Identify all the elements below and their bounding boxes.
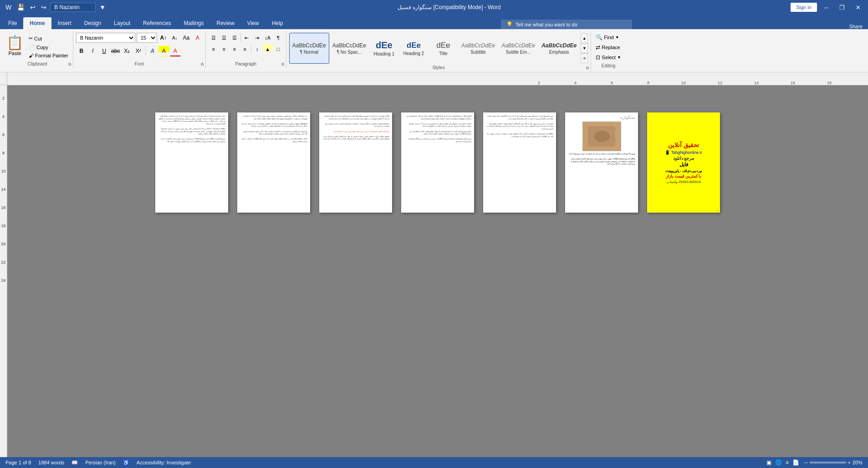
align-right-button[interactable]: ≡	[230, 44, 240, 54]
vruler-16: 16	[1, 205, 5, 210]
horizontal-ruler: 18 16 14 12 10 8 6 4 2	[7, 72, 868, 85]
style-subtle-em[interactable]: AaBbCcDdEe Subtle Em...	[498, 33, 538, 64]
font-color-button[interactable]: A	[170, 46, 181, 56]
tab-mailings[interactable]: Mailings	[177, 17, 210, 29]
paragraph-expand-icon[interactable]: ⧉	[281, 62, 284, 67]
sort-button[interactable]: ↕A	[263, 33, 273, 43]
format-painter-button[interactable]: 🖌 Format Painter	[27, 52, 70, 59]
gallery-arrows: ▲ ▼ ≡	[581, 33, 588, 63]
paragraph-group-label: Paragraph	[206, 61, 286, 66]
share-button[interactable]: Share	[844, 24, 868, 29]
style-no-spacing[interactable]: AaBbCcDdEe ¶ No Spac...	[329, 33, 369, 64]
zoom-out-button[interactable]: ─	[804, 460, 808, 465]
clear-formatting-button[interactable]: A	[193, 33, 203, 43]
page-3-content: تکامل موجودات زنده یکی از مهم‌ترین نظریه…	[319, 112, 392, 213]
styles-group-label: Styles	[286, 65, 591, 70]
copy-button[interactable]: 📄 Copy	[27, 43, 70, 51]
gallery-up-arrow[interactable]: ▲	[581, 33, 588, 43]
zoom-slider[interactable]	[810, 462, 846, 463]
clipboard-expand-icon[interactable]: ⧉	[68, 62, 71, 67]
font-size-select[interactable]: 15	[137, 33, 157, 43]
page-2[interactable]: در دوران‌های مختلف زمین‌شناسی، موجودات م…	[237, 112, 310, 213]
font-family-select[interactable]: B Nazanin	[76, 33, 135, 43]
style-subtitle[interactable]: AaBbCcDdEe Subtitle	[458, 33, 498, 64]
tab-view[interactable]: View	[241, 17, 266, 29]
strikethrough-button[interactable]: abc	[110, 46, 121, 56]
superscript-button[interactable]: X²	[133, 46, 144, 56]
text-effects-button[interactable]: A	[147, 46, 158, 56]
customize-qa-button[interactable]: ▼	[97, 3, 107, 12]
find-button[interactable]: 🔍 Find ▼	[594, 33, 623, 42]
numbering-button[interactable]: ☰	[219, 33, 229, 43]
tab-review[interactable]: Review	[210, 17, 240, 29]
tab-insert[interactable]: Insert	[51, 17, 78, 29]
draft-view-button[interactable]: 📄	[791, 459, 801, 466]
fossil-shape	[588, 126, 615, 147]
sign-in-button[interactable]: Sign in	[791, 3, 817, 12]
word-icon[interactable]: W	[4, 3, 13, 12]
multilevel-button[interactable]: ☰	[230, 33, 240, 43]
bold-button[interactable]: B	[76, 46, 87, 56]
decrease-indent-button[interactable]: ⇤	[242, 33, 252, 43]
bullets-button[interactable]: ☰	[209, 33, 219, 43]
font-group-content: B Nazanin 15 A↑ A↓ Aa A B I U abc X₂	[76, 33, 203, 56]
save-button[interactable]: 💾	[15, 3, 26, 12]
show-hide-button[interactable]: ¶	[273, 33, 283, 43]
justify-button[interactable]: ≡	[240, 44, 250, 54]
page-4[interactable]: انواع مختلف فسیل‌ها وجود دارند که هر کدا…	[401, 112, 474, 213]
font-expand-icon[interactable]: ⧉	[201, 62, 204, 67]
style-title[interactable]: dEe Title	[429, 33, 458, 64]
style-emphasis-preview: AaBbCcDdEe	[541, 42, 577, 49]
accessibility-status: Accessibility: Investigate	[137, 460, 191, 465]
minimize-button[interactable]: ─	[821, 2, 832, 13]
subscript-button[interactable]: X₂	[122, 46, 133, 56]
shading-button[interactable]: ▲	[263, 44, 273, 54]
align-left-button[interactable]: ≡	[209, 44, 219, 54]
page-7[interactable]: تحقیق آنلاین Tahghighonline.ir 📱 مرجع دا…	[647, 112, 720, 213]
outline-view-button[interactable]: ≡	[784, 459, 790, 466]
line-spacing-button[interactable]: ↕	[252, 44, 262, 54]
tab-design[interactable]: Design	[78, 17, 107, 29]
page-6[interactable]: سنگواره تصویر بالا نمونه‌ای از سنگواره ی…	[565, 112, 638, 213]
cut-button[interactable]: ✂ Cut	[27, 35, 70, 42]
align-center-button[interactable]: ≡	[219, 44, 229, 54]
underline-button[interactable]: U	[99, 46, 110, 56]
paste-button[interactable]: 📋 Paste	[5, 33, 25, 58]
tab-references[interactable]: References	[137, 17, 177, 29]
web-layout-button[interactable]: 🌐	[774, 459, 783, 466]
grow-font-button[interactable]: A↑	[158, 33, 168, 43]
close-button[interactable]: ✕	[852, 2, 864, 13]
zoom-in-button[interactable]: +	[848, 460, 851, 465]
document-canvas[interactable]: برای دسته‌بندی جانوران از جمله مهره‌دارا…	[7, 85, 868, 457]
paragraph-group: ☰ ☰ ☰ ⇤ ⇥ ↕A ¶ ≡ ≡ ≡ ≡ ↕ ▲ □	[206, 31, 286, 68]
tab-layout[interactable]: Layout	[107, 17, 137, 29]
borders-button[interactable]: □	[273, 44, 283, 54]
tab-file[interactable]: File	[2, 17, 23, 29]
change-case-button[interactable]: Aa	[181, 33, 191, 43]
gallery-down-arrow[interactable]: ▼	[581, 43, 588, 53]
text-highlight-button[interactable]: A	[158, 46, 169, 56]
page-3[interactable]: تکامل موجودات زنده یکی از مهم‌ترین نظریه…	[319, 112, 392, 213]
tell-me-bar[interactable]: 💡 Tell me what you want to do	[501, 20, 632, 29]
vruler-14: 14	[1, 187, 5, 192]
restore-button[interactable]: ❐	[836, 2, 848, 13]
styles-expand-icon[interactable]: ⧉	[586, 66, 589, 71]
print-layout-button[interactable]: ▣	[765, 459, 773, 466]
redo-button[interactable]: ↪	[39, 3, 48, 12]
page-1[interactable]: برای دسته‌بندی جانوران از جمله مهره‌دارا…	[155, 112, 228, 213]
gallery-more-arrow[interactable]: ≡	[581, 53, 588, 63]
replace-button[interactable]: ⇄ Replace	[594, 43, 623, 52]
shrink-font-button[interactable]: A↓	[170, 33, 180, 43]
increase-indent-button[interactable]: ⇥	[252, 33, 262, 43]
style-normal[interactable]: AaBbCcDdEe ¶ Normal	[289, 33, 329, 64]
style-emphasis[interactable]: AaBbCcDdEe Emphasis	[538, 33, 580, 64]
tab-help[interactable]: Help	[266, 17, 290, 29]
select-button[interactable]: ⊡ Select ▼	[594, 53, 623, 62]
tab-home[interactable]: Home	[23, 17, 51, 29]
style-heading2[interactable]: dEe Heading 2	[399, 33, 429, 64]
page-5[interactable]: دوره کربونیفر یکی از دوره‌های مهم زمین‌ش…	[483, 112, 556, 213]
italic-button[interactable]: I	[87, 46, 98, 56]
style-heading1[interactable]: dEe Heading 1	[369, 33, 399, 64]
cut-icon: ✂	[29, 36, 33, 41]
undo-button[interactable]: ↩	[28, 3, 37, 12]
